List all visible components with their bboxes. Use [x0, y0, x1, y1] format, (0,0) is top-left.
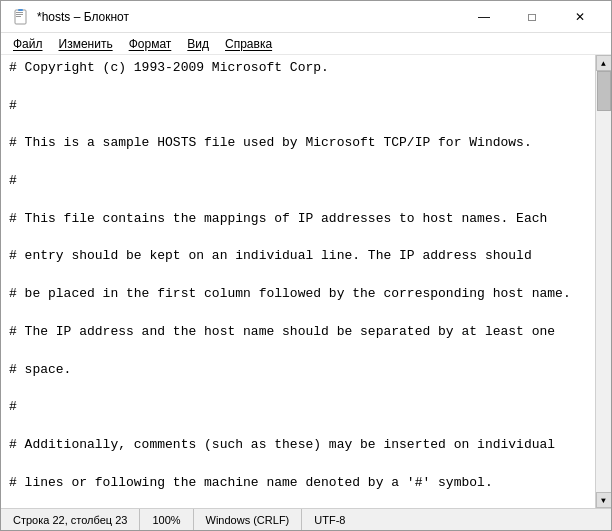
menu-format[interactable]: Формат	[121, 35, 180, 53]
svg-rect-4	[18, 9, 23, 11]
editor-line-6: # be placed in the first column followed…	[9, 285, 587, 304]
maximize-button[interactable]: □	[509, 1, 555, 33]
content-area: # Copyright (c) 1993-2009 Microsoft Corp…	[1, 55, 611, 508]
status-bar: Строка 22, столбец 23 100% Windows (CRLF…	[1, 508, 611, 530]
zoom-level: 100%	[140, 509, 193, 530]
editor-line-1: #	[9, 97, 587, 116]
svg-rect-3	[16, 16, 21, 17]
editor-line-10: # Additionally, comments (such as these)…	[9, 436, 587, 455]
menu-bar: Файл Изменить Формат Вид Справка	[1, 33, 611, 55]
cursor-position: Строка 22, столбец 23	[1, 509, 140, 530]
menu-edit[interactable]: Изменить	[51, 35, 121, 53]
encoding: UTF-8	[302, 509, 357, 530]
window-title: *hosts – Блокнот	[37, 10, 129, 24]
editor-line-11: # lines or following the machine name de…	[9, 474, 587, 493]
svg-rect-1	[16, 12, 23, 13]
menu-file[interactable]: Файл	[5, 35, 51, 53]
title-bar: *hosts – Блокнот — □ ✕	[1, 1, 611, 33]
editor-line-7: # The IP address and the host name shoul…	[9, 323, 587, 342]
editor-line-9: #	[9, 398, 587, 417]
editor-line-5: # entry should be kept on an individual …	[9, 247, 587, 266]
window: *hosts – Блокнот — □ ✕ Файл Изменить Фор…	[0, 0, 612, 531]
svg-rect-2	[16, 14, 23, 15]
editor-line-4: # This file contains the mappings of IP …	[9, 210, 587, 229]
editor-line-2: # This is a sample HOSTS file used by Mi…	[9, 134, 587, 153]
scrollbar[interactable]: ▲ ▼	[595, 55, 611, 508]
text-editor[interactable]: # Copyright (c) 1993-2009 Microsoft Corp…	[1, 55, 595, 508]
title-controls: — □ ✕	[461, 1, 603, 33]
editor-line-0: # Copyright (c) 1993-2009 Microsoft Corp…	[9, 59, 587, 78]
menu-help[interactable]: Справка	[217, 35, 280, 53]
scroll-down-button[interactable]: ▼	[596, 492, 612, 508]
title-bar-left: *hosts – Блокнот	[13, 9, 129, 25]
notepad-icon	[13, 9, 29, 25]
editor-line-3: #	[9, 172, 587, 191]
scroll-thumb[interactable]	[597, 71, 611, 111]
line-ending: Windows (CRLF)	[194, 509, 303, 530]
editor-line-8: # space.	[9, 361, 587, 380]
close-button[interactable]: ✕	[557, 1, 603, 33]
scroll-up-button[interactable]: ▲	[596, 55, 612, 71]
menu-view[interactable]: Вид	[179, 35, 217, 53]
scroll-track[interactable]	[596, 71, 612, 492]
minimize-button[interactable]: —	[461, 1, 507, 33]
